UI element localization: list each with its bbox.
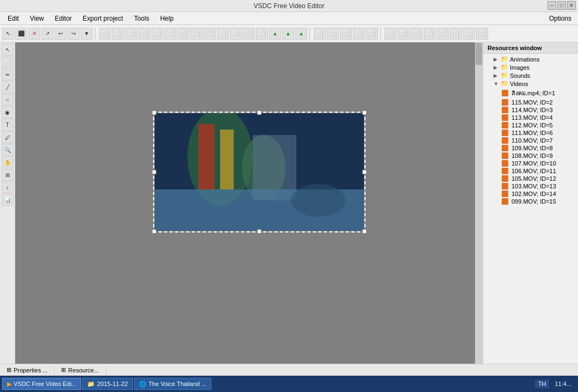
vsdc-label: VSDC Free Video Edi... bbox=[14, 381, 76, 387]
toolbar-insert9[interactable]: ⬜ bbox=[204, 28, 216, 40]
toolbar-green2[interactable]: ▲ bbox=[282, 28, 294, 40]
tool-audio[interactable]: ♪ bbox=[2, 181, 14, 193]
tree-file-0[interactable]: สิงคม.mp4; ID=1 bbox=[484, 88, 577, 99]
tree-file-9[interactable]: 107.MOV; ID=10 bbox=[484, 160, 577, 167]
tree-file-8[interactable]: 108.MOV; ID=9 bbox=[484, 152, 577, 160]
videos-folder-icon: 📁 bbox=[501, 80, 508, 87]
toolbar-redo[interactable]: ↪ bbox=[68, 28, 80, 40]
toolbar-view3[interactable]: ⬜ bbox=[411, 28, 423, 40]
tree-file-5[interactable]: 111.MOV; ID=6 bbox=[484, 129, 577, 137]
toolbar-insert5[interactable]: ⬜ bbox=[151, 28, 163, 40]
toolbar-insert6[interactable]: ⬜ bbox=[165, 28, 177, 40]
toolbar-btn3[interactable]: ↗ bbox=[41, 28, 53, 40]
tree-file-10[interactable]: 106.MOV; ID=11 bbox=[484, 167, 577, 175]
menu-edit[interactable]: Edit bbox=[2, 14, 25, 23]
tree-videos[interactable]: ▼ 📁 Videos bbox=[484, 79, 577, 88]
toolbar-select[interactable]: ↖ bbox=[2, 28, 14, 40]
menu-view[interactable]: View bbox=[25, 14, 50, 23]
tool-pen[interactable]: ✏ bbox=[2, 69, 14, 81]
toolbar-insert2[interactable]: ⬜ bbox=[112, 28, 124, 40]
toolbar-insert1[interactable]: ⬜ bbox=[99, 28, 111, 40]
taskbar-folder[interactable]: 📁 2015-11-22 bbox=[82, 378, 132, 390]
tree-file-12[interactable]: 103.MOV; ID=13 bbox=[484, 182, 577, 190]
video-files-list: สิงคม.mp4; ID=1 115.MOV; ID=2 114.MOV; I… bbox=[484, 88, 577, 205]
taskbar-vsdc[interactable]: ▶ VSDC Free Video Edi... bbox=[2, 378, 81, 390]
taskbar-lang[interactable]: TH bbox=[535, 379, 550, 388]
tree-file-14[interactable]: 099.MOV; ID=15 bbox=[484, 198, 577, 205]
tool-shape[interactable]: ○ bbox=[2, 94, 14, 106]
toolbar-arrange1[interactable]: ⬜ bbox=[314, 28, 326, 40]
menu-help[interactable]: Help bbox=[155, 14, 179, 23]
properties-tab[interactable]: ⊞ Properties ... bbox=[0, 365, 54, 375]
video-frame bbox=[155, 113, 364, 231]
toolbar-undo[interactable]: ↩ bbox=[54, 28, 66, 40]
svg-point-7 bbox=[291, 184, 345, 217]
tree-file-3[interactable]: 113.MOV; ID=4 bbox=[484, 114, 577, 121]
file-icon-13 bbox=[502, 191, 508, 197]
toolbar-sep2 bbox=[309, 28, 312, 40]
canvas-vscroll-thumb[interactable] bbox=[476, 43, 482, 65]
toolbar-btn1[interactable]: ⬛ bbox=[15, 28, 27, 40]
toolbar-insert8[interactable]: ⬜ bbox=[191, 28, 203, 40]
tool-zoom[interactable]: 🔍 bbox=[2, 144, 14, 156]
toolbar-green1[interactable]: ▲ bbox=[269, 28, 281, 40]
toolbar-view7[interactable]: ⬜ bbox=[463, 28, 475, 40]
menu-editor[interactable]: Editor bbox=[49, 14, 77, 23]
menu-export-project[interactable]: Export project bbox=[77, 14, 129, 23]
main-area: ↖ ⬜ ✏ ╱ ○ ◉ T 🖊 🔍 ✋ ⊞ ♪ 📊 bbox=[0, 42, 578, 379]
tool-arrow[interactable]: ↖ bbox=[2, 44, 14, 56]
toolbar-arrange2[interactable]: ⬜ bbox=[327, 28, 339, 40]
canvas-vscroll[interactable] bbox=[475, 42, 483, 379]
tool-pan[interactable]: ✋ bbox=[2, 156, 14, 168]
toolbar-view8[interactable]: ⬜ bbox=[476, 28, 488, 40]
resources-tab[interactable]: ⊞ Resource... bbox=[54, 365, 106, 375]
toolbar-insert13[interactable]: ⬜ bbox=[256, 28, 268, 40]
maximize-button[interactable]: □ bbox=[557, 1, 566, 10]
toolbar-arrange3[interactable]: ⬜ bbox=[340, 28, 352, 40]
toolbar-view5[interactable]: ⬜ bbox=[437, 28, 449, 40]
tree-file-2[interactable]: 114.MOV; ID=3 bbox=[484, 106, 577, 114]
tree-images[interactable]: ▶ 📁 Images bbox=[484, 63, 577, 71]
titlebar: VSDC Free Video Editor ─ □ ✕ bbox=[0, 0, 578, 12]
properties-label: Properties ... bbox=[14, 367, 47, 373]
tree-file-11[interactable]: 105.MOV; ID=12 bbox=[484, 175, 577, 182]
toolbar-insert4[interactable]: ⬜ bbox=[138, 28, 150, 40]
toolbar-insert11[interactable]: ⬜ bbox=[230, 28, 242, 40]
toolbar-insert10[interactable]: ⬜ bbox=[217, 28, 229, 40]
toolbar-insert12[interactable]: ⬜ bbox=[243, 28, 255, 40]
tool-crop[interactable]: ⊞ bbox=[2, 169, 14, 181]
toolbar-arrange4[interactable]: ⬜ bbox=[353, 28, 365, 40]
tree-file-7[interactable]: 109.MOV; ID=8 bbox=[484, 144, 577, 152]
toolbar-insert3[interactable]: ⬜ bbox=[125, 28, 137, 40]
tree-sounds[interactable]: ▶ 📁 Sounds bbox=[484, 71, 577, 79]
taskbar-chrome[interactable]: 🌐 The Voice Thailand ... bbox=[134, 378, 211, 390]
sounds-folder-icon: 📁 bbox=[501, 72, 508, 79]
tree-file-13[interactable]: 102.MOV; ID=14 bbox=[484, 190, 577, 198]
toolbar-arrange5[interactable]: ⬜ bbox=[366, 28, 378, 40]
svg-rect-2 bbox=[198, 124, 215, 189]
file-icon-4 bbox=[502, 122, 508, 128]
tree-file-1[interactable]: 115.MOV; ID=2 bbox=[484, 99, 577, 106]
tree-file-4[interactable]: 112.MOV; ID=5 bbox=[484, 121, 577, 129]
toolbar-view6[interactable]: ⬜ bbox=[450, 28, 462, 40]
toolbar-view4[interactable]: ⬜ bbox=[424, 28, 436, 40]
close-button[interactable]: ✕ bbox=[567, 1, 576, 10]
toolbar-view1[interactable]: ⬜ bbox=[385, 28, 397, 40]
toolbar-insert7[interactable]: ⬜ bbox=[178, 28, 190, 40]
toolbar-green3[interactable]: ▲ bbox=[295, 28, 307, 40]
file-icon-8 bbox=[502, 152, 508, 159]
tool-fill[interactable]: ◉ bbox=[2, 106, 14, 118]
menu-options[interactable]: Options bbox=[545, 14, 576, 23]
toolbar-view2[interactable]: ⬜ bbox=[398, 28, 410, 40]
tool-chart[interactable]: 📊 bbox=[2, 194, 14, 206]
tool-line[interactable]: ╱ bbox=[2, 81, 14, 93]
tool-select[interactable]: ⬜ bbox=[2, 56, 14, 68]
menu-tools[interactable]: Tools bbox=[129, 14, 155, 23]
tree-animations[interactable]: ▶ 📁 Animations bbox=[484, 55, 577, 63]
minimize-button[interactable]: ─ bbox=[547, 1, 556, 10]
tree-file-6[interactable]: 110.MOV; ID=7 bbox=[484, 137, 577, 144]
toolbar-btn4[interactable]: ▼ bbox=[81, 28, 93, 40]
toolbar-btn2[interactable]: ✕ bbox=[28, 28, 40, 40]
tool-text[interactable]: T bbox=[2, 119, 14, 131]
tool-eyedrop[interactable]: 🖊 bbox=[2, 131, 14, 143]
